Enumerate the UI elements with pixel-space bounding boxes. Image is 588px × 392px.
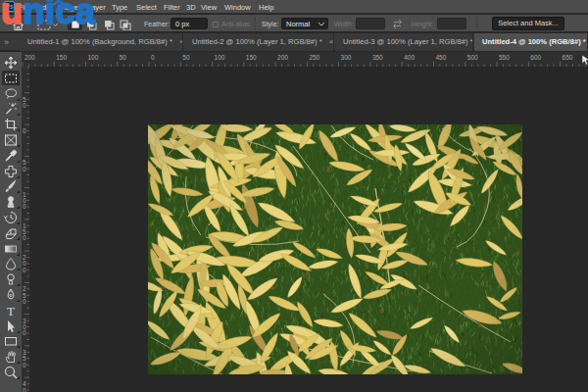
svg-text:0: 0 <box>23 298 26 305</box>
svg-text:500: 500 <box>467 54 478 61</box>
svg-text:650: 650 <box>563 54 573 61</box>
svg-text:0: 0 <box>23 267 26 273</box>
svg-text:0: 0 <box>23 203 26 210</box>
svg-text:0: 0 <box>23 387 26 392</box>
svg-text:50: 50 <box>182 54 190 61</box>
svg-text:50: 50 <box>120 54 127 61</box>
svg-text:200: 200 <box>24 54 35 61</box>
svg-text:350: 350 <box>372 54 383 61</box>
svg-text:0: 0 <box>23 329 26 336</box>
svg-text:0: 0 <box>151 54 155 61</box>
svg-text:100: 100 <box>88 54 99 61</box>
svg-text:0: 0 <box>23 127 26 134</box>
svg-text:550: 550 <box>499 54 510 61</box>
svg-text:300: 300 <box>341 54 352 61</box>
svg-text:0: 0 <box>23 166 26 172</box>
svg-text:0: 0 <box>23 362 26 368</box>
svg-text:100: 100 <box>215 54 225 61</box>
svg-text:150: 150 <box>56 54 67 61</box>
svg-text:450: 450 <box>436 54 447 61</box>
svg-text:0: 0 <box>23 102 26 109</box>
svg-text:150: 150 <box>246 54 257 61</box>
svg-text:250: 250 <box>309 54 319 61</box>
svg-text:200: 200 <box>277 54 288 61</box>
svg-text:T: T <box>7 304 15 318</box>
svg-text:600: 600 <box>530 54 541 61</box>
svg-text:400: 400 <box>404 54 415 61</box>
svg-text:0: 0 <box>23 234 26 241</box>
